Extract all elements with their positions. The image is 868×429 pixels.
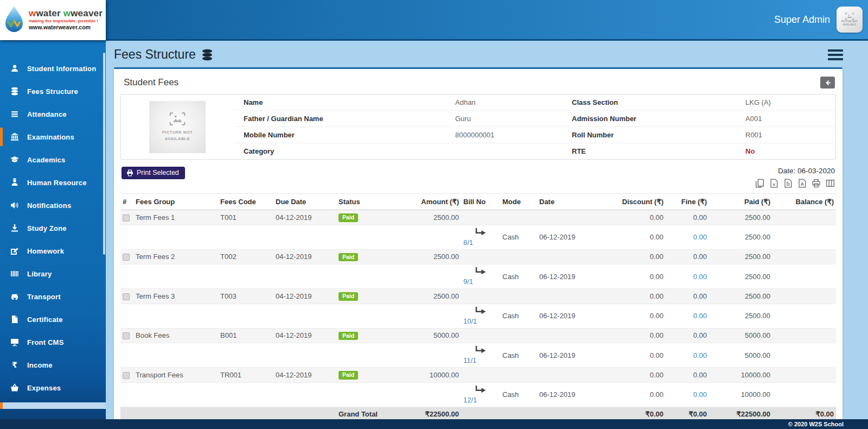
brand-website: www.waterweaver.com — [29, 24, 103, 30]
cell-select — [120, 343, 133, 368]
sidebar-item-study-zone[interactable]: Study Zone — [0, 217, 106, 239]
fine-link[interactable]: 0.00 — [693, 233, 707, 241]
sidebar-item-student-information[interactable]: Student Information — [0, 57, 106, 80]
copy-export-button[interactable] — [755, 179, 764, 188]
cell-bill-no — [461, 289, 500, 304]
fine-link[interactable]: 0.00 — [693, 273, 707, 281]
cell-date: 06-12-2019 — [537, 225, 598, 249]
cell-paid: 2500.00 — [709, 304, 773, 328]
row-checkbox[interactable] — [123, 214, 130, 222]
cell-due-date — [273, 264, 336, 289]
csv-export-button[interactable] — [783, 179, 793, 188]
cell-fees-group — [133, 304, 218, 328]
hamburger-menu-icon[interactable] — [828, 49, 843, 60]
cell-status: Paid — [336, 328, 405, 343]
columns-export-button[interactable] — [826, 179, 835, 188]
cell-status: Paid — [336, 249, 405, 264]
printer-icon — [126, 169, 133, 176]
cell-date: 06-12-2019 — [537, 264, 598, 289]
cell-due-date — [273, 382, 336, 407]
sub-level-arrow-icon — [463, 269, 498, 277]
excel-export-button[interactable]: x — [769, 179, 778, 188]
sidebar-item-transport[interactable]: Transport — [0, 285, 106, 308]
student-detail-row: Mobile Number8000000001Roll NumberR001 — [234, 127, 835, 143]
sidebar-item-notifications[interactable]: Notifications — [0, 194, 106, 217]
bill-no-link[interactable]: 8/1 — [463, 238, 473, 247]
bill-no-link[interactable]: 9/1 — [463, 277, 473, 286]
back-button[interactable] — [820, 77, 835, 89]
footer-bar: © 2020 W2S School — [0, 419, 868, 429]
fee-group-row: Book FeesB00104-12-2019Paid5000.000.000.… — [120, 328, 836, 343]
sidebar-item-income[interactable]: ₹Income — [0, 354, 106, 376]
sidebar-item-label: Notifications — [27, 201, 71, 210]
cell-mode: Cash — [500, 264, 537, 289]
study-zone-icon — [10, 224, 19, 232]
table-toolbar: Print Selected Date: 06-03-2020 xA — [120, 167, 836, 188]
notifications-icon — [10, 201, 19, 210]
fine-link[interactable]: 0.00 — [693, 312, 707, 320]
sidebar-item-fees-structure[interactable]: Fees Structure — [0, 80, 106, 103]
sidebar-item-examinations[interactable]: Examinations — [0, 125, 106, 148]
brand-logo: wwater wweaver making the impossible, po… — [0, 0, 106, 40]
col-header-fees-code: Fees Code — [218, 194, 273, 210]
row-checkbox[interactable] — [123, 372, 130, 379]
cell-date — [537, 368, 598, 383]
bill-no-link[interactable]: 12/1 — [463, 396, 477, 404]
bill-no-link[interactable]: 11/1 — [463, 356, 476, 364]
cell-bill-no — [461, 368, 500, 383]
bill-no-link[interactable]: 10/1 — [463, 317, 477, 325]
student-fees-card: Student Fees PICTURE NOT AVAI — [114, 67, 843, 419]
pdf-export-button[interactable]: A — [797, 179, 807, 188]
status-badge: Paid — [339, 292, 358, 301]
app-root: wwater wweaver making the impossible, po… — [0, 0, 868, 429]
sidebar-item-attendance[interactable]: Attendance — [0, 103, 106, 125]
cell-status — [336, 264, 405, 289]
cell-discount: 0.00 — [598, 382, 666, 407]
cell-fees-group: Term Fees 1 — [133, 210, 218, 225]
cell-paid: 10000.00 — [709, 382, 773, 407]
cell-balance — [773, 210, 836, 225]
sidebar-item-front-cms[interactable]: Front CMS — [0, 331, 106, 354]
fine-link[interactable]: 0.00 — [693, 351, 707, 359]
cell-date — [537, 289, 598, 304]
sidebar-item-homework[interactable]: Homework — [0, 239, 106, 262]
row-checkbox[interactable] — [123, 332, 130, 339]
avatar-placeholder-text: PICTURE NOT AVAILABLE — [837, 20, 863, 27]
student-detail-grid: NameAdhanClass SectionLKG (A)Father / Gu… — [234, 94, 835, 159]
sub-level-arrow-icon — [463, 309, 498, 317]
row-checkbox[interactable] — [123, 254, 130, 261]
cell-amount: 5000.00 — [405, 328, 461, 343]
export-buttons: xA — [755, 179, 835, 188]
cell-due-date: 04-12-2019 — [273, 249, 336, 264]
col-header-fine: Fine (₹) — [666, 194, 709, 210]
print-export-button[interactable] — [812, 179, 821, 188]
row-checkbox[interactable] — [123, 293, 130, 300]
fine-link[interactable]: 0.00 — [693, 390, 707, 399]
sidebar-item-human-resource[interactable]: Human Resource — [0, 171, 106, 194]
sidebar-item-label: Study Zone — [27, 224, 67, 232]
cell-fees-group — [133, 343, 218, 368]
cell-fine: 0.00 — [666, 304, 709, 328]
col-header-balance: Balance (₹) — [773, 194, 836, 210]
user-avatar[interactable]: PICTURE NOT AVAILABLE — [837, 7, 863, 33]
grand-total-spacer — [120, 407, 336, 419]
excel-icon: x — [769, 181, 778, 190]
cell-bill-no: 9/1 — [461, 264, 500, 289]
cell-due-date — [273, 343, 336, 368]
sidebar-item-academics[interactable]: Academics — [0, 148, 106, 171]
cell-fees-code — [218, 382, 273, 407]
sidebar-item-label: Human Resource — [27, 179, 87, 187]
cell-due-date — [273, 304, 336, 328]
sidebar-item-expenses[interactable]: Expenses — [0, 376, 106, 399]
cell-mode — [500, 210, 537, 225]
cell-fine: 0.00 — [666, 328, 709, 343]
sidebar-item-library[interactable]: Library — [0, 262, 106, 285]
print-selected-button[interactable]: Print Selected — [122, 167, 185, 179]
sidebar-scrollbar-thumb[interactable] — [103, 53, 105, 255]
field-label-rte: RTE — [572, 147, 745, 155]
cell-paid: 5000.00 — [709, 343, 773, 368]
sidebar-item-certificate[interactable]: Certificate — [0, 308, 106, 331]
cell-discount: 0.00 — [598, 343, 666, 368]
copy-icon — [755, 181, 764, 190]
sidebar-item-partial[interactable] — [0, 402, 106, 409]
